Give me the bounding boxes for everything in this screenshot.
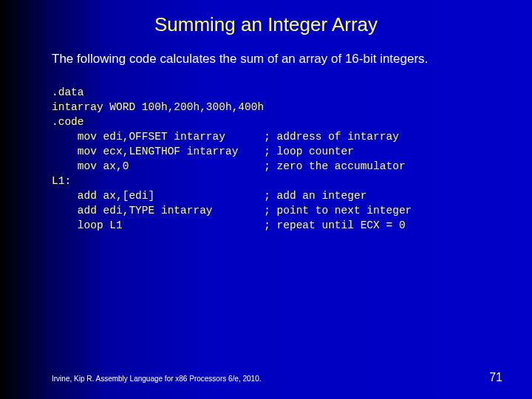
slide-content: The following code calculates the sum of… — [0, 36, 532, 233]
page-number: 71 — [489, 371, 502, 384]
footer-citation: Irvine, Kip R. Assembly Language for x86… — [52, 375, 262, 383]
slide-title: Summing an Integer Array — [0, 0, 532, 36]
intro-text: The following code calculates the sum of… — [52, 51, 488, 67]
code-block: .data intarray WORD 100h,200h,300h,400h … — [52, 85, 488, 233]
